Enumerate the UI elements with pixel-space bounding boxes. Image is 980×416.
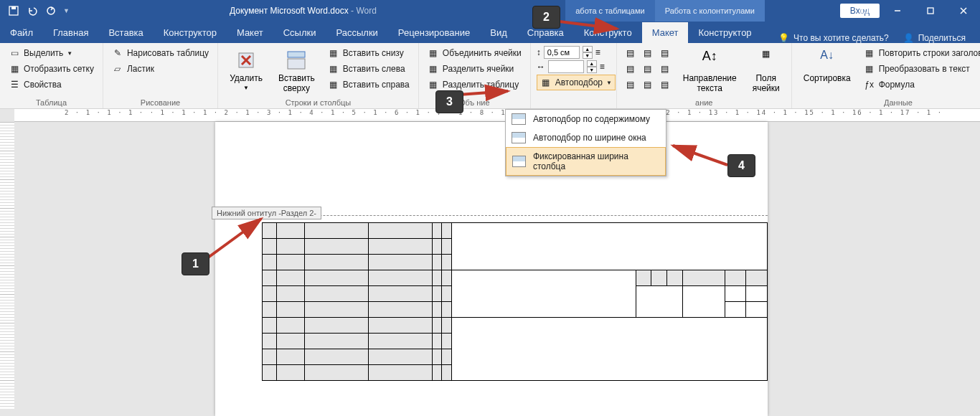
group-label: Данные: [798, 97, 980, 107]
align-bl-icon[interactable]: ▤: [623, 77, 639, 92]
convert-text-button[interactable]: ▦Преобразовать в текст: [861, 62, 980, 76]
delete-icon: [235, 49, 258, 72]
qat-customize-icon[interactable]: ▼: [63, 7, 70, 14]
window-controls: [848, 0, 980, 22]
sort-button[interactable]: A↓Сортировка: [798, 46, 857, 97]
insert-right-icon: ▦: [328, 79, 339, 90]
tab-design[interactable]: Конструктор: [154, 22, 227, 43]
insert-above-icon: [285, 49, 308, 72]
tab-references[interactable]: Ссылки: [273, 22, 326, 43]
close-icon[interactable]: [947, 0, 980, 22]
autofit-button[interactable]: ▦Автоподбор ▼: [537, 75, 616, 90]
properties-icon: ☰: [9, 79, 20, 90]
share-icon: 👤: [903, 33, 914, 43]
text-direction-button[interactable]: A↕Направление текста: [677, 46, 743, 97]
fixed-width-item[interactable]: Фиксированная ширина столбца: [506, 147, 666, 176]
tab-view[interactable]: Вид: [480, 22, 517, 43]
align-br-icon[interactable]: ▤: [657, 77, 673, 92]
group-data: A↓Сортировка ▦Повторить строки заголовко…: [792, 43, 980, 108]
properties-button[interactable]: ☰Свойства: [6, 77, 97, 92]
formula-icon: ƒx: [864, 79, 875, 90]
insert-left-button[interactable]: ▦Вставить слева: [325, 62, 413, 76]
delete-button[interactable]: Удалить▼: [224, 46, 268, 97]
tab-layout[interactable]: Макет: [227, 22, 273, 43]
title-bar: ▼ Документ Microsoft Word.docx - Word аб…: [0, 0, 980, 22]
formula-button[interactable]: ƒxФормула: [861, 77, 980, 92]
svg-line-16: [205, 219, 261, 260]
eraser-button[interactable]: ▱Ластик: [109, 62, 212, 76]
merge-cells-button[interactable]: ▦Объединить ячейки: [425, 46, 524, 60]
eraser-icon: ▱: [112, 63, 123, 75]
align-mc-icon[interactable]: ▤: [640, 62, 656, 76]
align-bc-icon[interactable]: ▤: [640, 77, 656, 92]
group-draw: ✎Нарисовать таблицу ▱Ластик Рисование: [103, 43, 218, 108]
tab-mailings[interactable]: Рассылки: [326, 22, 387, 43]
sort-icon: A↓: [816, 49, 839, 72]
group-label: Строки и столбцы: [224, 97, 413, 107]
minimize-icon[interactable]: [881, 0, 914, 22]
insert-right-button[interactable]: ▦Вставить справа: [325, 77, 413, 92]
align-ml-icon[interactable]: ▤: [623, 62, 639, 76]
ribbon-tabs: Файл Главная Вставка Конструктор Макет С…: [0, 22, 980, 43]
tab-review[interactable]: Рецензирование: [388, 22, 480, 43]
col-width-spinner[interactable]: ↔▲▼≡: [537, 60, 616, 73]
maximize-icon[interactable]: [914, 0, 947, 22]
row-height-spinner[interactable]: ↕▲▼≡: [537, 46, 616, 59]
bulb-icon: 💡: [778, 33, 789, 43]
group-alignment: ▤▤▤ ▤▤▤ ▤▤▤ A↕Направление текста ▦Поля я…: [617, 43, 792, 108]
svg-rect-12: [288, 59, 305, 69]
select-button[interactable]: ▭Выделить ▼: [6, 46, 97, 60]
pencil-icon: ✎: [112, 47, 123, 59]
autofit-window-icon: [512, 132, 526, 143]
repeat-header-button[interactable]: ▦Повторить строки заголовков: [861, 46, 980, 60]
tab-insert[interactable]: Вставка: [98, 22, 153, 43]
align-mr-icon[interactable]: ▤: [657, 62, 673, 76]
document-workspace: 2 · 1 · 1 · 1 · · 1 · 1 · 1 · 2 · 1 · 3 …: [0, 109, 980, 416]
vertical-ruler[interactable]: [0, 122, 14, 416]
undo-icon[interactable]: [26, 4, 39, 17]
horizontal-ruler[interactable]: 2 · 1 · 1 · 1 · · 1 · 1 · 1 · 2 · 1 · 3 …: [14, 109, 980, 122]
save-icon[interactable]: [7, 4, 20, 17]
align-tc-icon[interactable]: ▤: [640, 46, 656, 60]
ribbon-options-icon[interactable]: [848, 0, 881, 22]
callout-2: 2: [532, 6, 560, 29]
callout-3: 3: [435, 90, 463, 113]
context-tab-headers[interactable]: Работа с колонтитулами: [655, 0, 765, 22]
tab-hf-design[interactable]: Конструктор: [688, 22, 761, 43]
autofit-icon: ▦: [540, 77, 552, 88]
svg-rect-6: [928, 8, 933, 14]
align-tl-icon[interactable]: ▤: [623, 46, 639, 60]
svg-rect-1: [11, 6, 16, 9]
view-gridlines-button[interactable]: ▦Отобразить сетку: [6, 62, 97, 76]
insert-below-button[interactable]: ▦Вставить снизу: [325, 46, 413, 60]
tell-me-search[interactable]: 💡Что вы хотите сделать?: [778, 33, 889, 43]
split-icon: ▦: [428, 63, 439, 75]
split-cells-button[interactable]: ▦Разделить ячейки: [425, 62, 524, 76]
group-table: ▭Выделить ▼ ▦Отобразить сетку ☰Свойства …: [0, 43, 103, 108]
document-table[interactable]: [262, 222, 768, 381]
distribute-rows-icon[interactable]: ≡: [595, 47, 600, 57]
insert-above-button[interactable]: Вставить сверху: [273, 46, 321, 97]
tab-home[interactable]: Главная: [43, 22, 98, 43]
autofit-contents-item[interactable]: Автоподбор по содержимому: [506, 110, 666, 128]
group-label: Таблица: [6, 97, 97, 107]
draw-table-button[interactable]: ✎Нарисовать таблицу: [109, 46, 212, 60]
select-icon: ▭: [9, 47, 20, 59]
distribute-cols-icon[interactable]: ≡: [600, 62, 605, 72]
tab-file[interactable]: Файл: [0, 22, 43, 43]
autofit-window-item[interactable]: Автоподбор по ширине окна: [506, 128, 666, 147]
tab-table-layout[interactable]: Макет: [642, 22, 689, 43]
svg-rect-13: [288, 52, 305, 57]
merge-icon: ▦: [428, 47, 439, 59]
row-height-icon: ↕: [537, 47, 541, 57]
share-button[interactable]: 👤Поделиться: [903, 33, 966, 43]
svg-point-2: [47, 7, 55, 14]
cell-margins-button[interactable]: ▦Поля ячейки: [747, 46, 786, 97]
redo-icon[interactable]: [44, 4, 57, 17]
autofit-contents-icon: [512, 113, 526, 125]
svg-rect-4: [861, 8, 868, 9]
align-tr-icon[interactable]: ▤: [657, 46, 673, 60]
svg-line-15: [459, 91, 508, 95]
insert-below-icon: ▦: [328, 47, 339, 59]
convert-icon: ▦: [864, 63, 875, 75]
